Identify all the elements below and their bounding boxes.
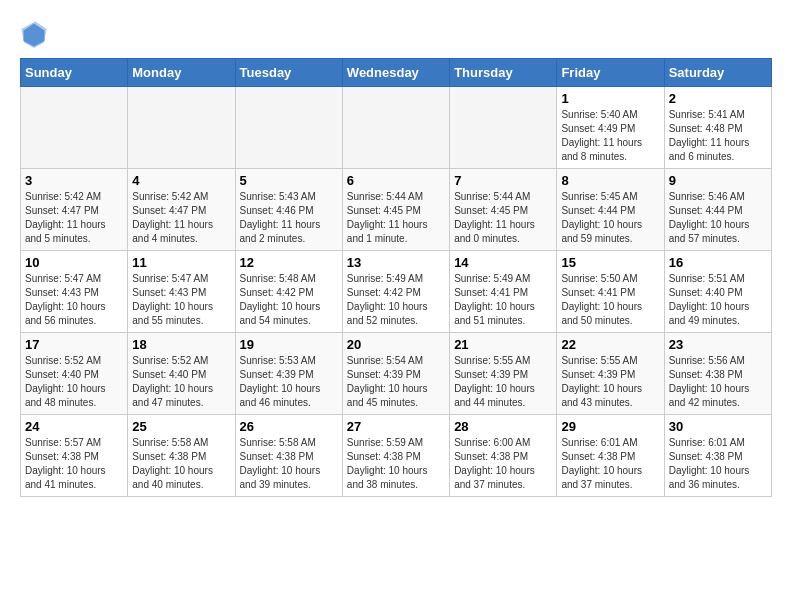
day-info: Sunrise: 5:43 AM Sunset: 4:46 PM Dayligh…	[240, 190, 338, 246]
svg-marker-1	[21, 21, 46, 48]
day-number: 3	[25, 173, 123, 188]
day-info: Sunrise: 6:00 AM Sunset: 4:38 PM Dayligh…	[454, 436, 552, 492]
calendar-cell: 22Sunrise: 5:55 AM Sunset: 4:39 PM Dayli…	[557, 333, 664, 415]
day-number: 23	[669, 337, 767, 352]
logo	[20, 20, 52, 48]
header-saturday: Saturday	[664, 59, 771, 87]
calendar-cell: 20Sunrise: 5:54 AM Sunset: 4:39 PM Dayli…	[342, 333, 449, 415]
day-info: Sunrise: 5:42 AM Sunset: 4:47 PM Dayligh…	[132, 190, 230, 246]
day-info: Sunrise: 5:53 AM Sunset: 4:39 PM Dayligh…	[240, 354, 338, 410]
calendar-cell: 26Sunrise: 5:58 AM Sunset: 4:38 PM Dayli…	[235, 415, 342, 497]
calendar-table: SundayMondayTuesdayWednesdayThursdayFrid…	[20, 58, 772, 497]
header-friday: Friday	[557, 59, 664, 87]
day-info: Sunrise: 5:56 AM Sunset: 4:38 PM Dayligh…	[669, 354, 767, 410]
calendar-cell: 17Sunrise: 5:52 AM Sunset: 4:40 PM Dayli…	[21, 333, 128, 415]
day-info: Sunrise: 5:42 AM Sunset: 4:47 PM Dayligh…	[25, 190, 123, 246]
day-info: Sunrise: 5:49 AM Sunset: 4:41 PM Dayligh…	[454, 272, 552, 328]
day-info: Sunrise: 5:44 AM Sunset: 4:45 PM Dayligh…	[454, 190, 552, 246]
day-number: 13	[347, 255, 445, 270]
calendar-cell: 29Sunrise: 6:01 AM Sunset: 4:38 PM Dayli…	[557, 415, 664, 497]
header-thursday: Thursday	[450, 59, 557, 87]
header-tuesday: Tuesday	[235, 59, 342, 87]
day-number: 12	[240, 255, 338, 270]
calendar-cell	[342, 87, 449, 169]
day-info: Sunrise: 5:50 AM Sunset: 4:41 PM Dayligh…	[561, 272, 659, 328]
week-row-5: 24Sunrise: 5:57 AM Sunset: 4:38 PM Dayli…	[21, 415, 772, 497]
day-number: 26	[240, 419, 338, 434]
calendar-cell: 4Sunrise: 5:42 AM Sunset: 4:47 PM Daylig…	[128, 169, 235, 251]
day-number: 9	[669, 173, 767, 188]
day-info: Sunrise: 5:54 AM Sunset: 4:39 PM Dayligh…	[347, 354, 445, 410]
day-number: 15	[561, 255, 659, 270]
calendar-cell: 18Sunrise: 5:52 AM Sunset: 4:40 PM Dayli…	[128, 333, 235, 415]
day-number: 22	[561, 337, 659, 352]
header-wednesday: Wednesday	[342, 59, 449, 87]
day-info: Sunrise: 5:48 AM Sunset: 4:42 PM Dayligh…	[240, 272, 338, 328]
calendar-cell: 13Sunrise: 5:49 AM Sunset: 4:42 PM Dayli…	[342, 251, 449, 333]
day-info: Sunrise: 5:55 AM Sunset: 4:39 PM Dayligh…	[454, 354, 552, 410]
day-info: Sunrise: 6:01 AM Sunset: 4:38 PM Dayligh…	[669, 436, 767, 492]
calendar-cell: 28Sunrise: 6:00 AM Sunset: 4:38 PM Dayli…	[450, 415, 557, 497]
day-number: 7	[454, 173, 552, 188]
day-info: Sunrise: 5:47 AM Sunset: 4:43 PM Dayligh…	[132, 272, 230, 328]
day-info: Sunrise: 5:45 AM Sunset: 4:44 PM Dayligh…	[561, 190, 659, 246]
day-info: Sunrise: 5:46 AM Sunset: 4:44 PM Dayligh…	[669, 190, 767, 246]
day-number: 8	[561, 173, 659, 188]
calendar-cell: 6Sunrise: 5:44 AM Sunset: 4:45 PM Daylig…	[342, 169, 449, 251]
day-number: 18	[132, 337, 230, 352]
calendar-cell: 8Sunrise: 5:45 AM Sunset: 4:44 PM Daylig…	[557, 169, 664, 251]
day-number: 6	[347, 173, 445, 188]
calendar-cell: 1Sunrise: 5:40 AM Sunset: 4:49 PM Daylig…	[557, 87, 664, 169]
calendar-cell	[21, 87, 128, 169]
day-number: 2	[669, 91, 767, 106]
day-number: 11	[132, 255, 230, 270]
calendar-cell: 7Sunrise: 5:44 AM Sunset: 4:45 PM Daylig…	[450, 169, 557, 251]
day-info: Sunrise: 5:51 AM Sunset: 4:40 PM Dayligh…	[669, 272, 767, 328]
calendar-cell: 14Sunrise: 5:49 AM Sunset: 4:41 PM Dayli…	[450, 251, 557, 333]
calendar-cell: 11Sunrise: 5:47 AM Sunset: 4:43 PM Dayli…	[128, 251, 235, 333]
day-number: 10	[25, 255, 123, 270]
day-info: Sunrise: 5:47 AM Sunset: 4:43 PM Dayligh…	[25, 272, 123, 328]
week-row-4: 17Sunrise: 5:52 AM Sunset: 4:40 PM Dayli…	[21, 333, 772, 415]
day-number: 4	[132, 173, 230, 188]
day-number: 17	[25, 337, 123, 352]
header-row: SundayMondayTuesdayWednesdayThursdayFrid…	[21, 59, 772, 87]
week-row-1: 1Sunrise: 5:40 AM Sunset: 4:49 PM Daylig…	[21, 87, 772, 169]
day-number: 29	[561, 419, 659, 434]
day-number: 25	[132, 419, 230, 434]
calendar-cell: 30Sunrise: 6:01 AM Sunset: 4:38 PM Dayli…	[664, 415, 771, 497]
day-number: 5	[240, 173, 338, 188]
calendar-cell: 16Sunrise: 5:51 AM Sunset: 4:40 PM Dayli…	[664, 251, 771, 333]
day-info: Sunrise: 6:01 AM Sunset: 4:38 PM Dayligh…	[561, 436, 659, 492]
day-info: Sunrise: 5:41 AM Sunset: 4:48 PM Dayligh…	[669, 108, 767, 164]
day-info: Sunrise: 5:52 AM Sunset: 4:40 PM Dayligh…	[132, 354, 230, 410]
calendar-cell: 24Sunrise: 5:57 AM Sunset: 4:38 PM Dayli…	[21, 415, 128, 497]
header	[20, 20, 772, 48]
header-monday: Monday	[128, 59, 235, 87]
logo-icon	[20, 20, 48, 48]
day-number: 27	[347, 419, 445, 434]
calendar-cell: 2Sunrise: 5:41 AM Sunset: 4:48 PM Daylig…	[664, 87, 771, 169]
day-info: Sunrise: 5:58 AM Sunset: 4:38 PM Dayligh…	[240, 436, 338, 492]
header-sunday: Sunday	[21, 59, 128, 87]
day-number: 28	[454, 419, 552, 434]
week-row-3: 10Sunrise: 5:47 AM Sunset: 4:43 PM Dayli…	[21, 251, 772, 333]
day-number: 1	[561, 91, 659, 106]
calendar-cell: 3Sunrise: 5:42 AM Sunset: 4:47 PM Daylig…	[21, 169, 128, 251]
calendar-cell: 10Sunrise: 5:47 AM Sunset: 4:43 PM Dayli…	[21, 251, 128, 333]
day-number: 16	[669, 255, 767, 270]
day-info: Sunrise: 5:40 AM Sunset: 4:49 PM Dayligh…	[561, 108, 659, 164]
day-number: 19	[240, 337, 338, 352]
calendar-cell: 15Sunrise: 5:50 AM Sunset: 4:41 PM Dayli…	[557, 251, 664, 333]
day-info: Sunrise: 5:57 AM Sunset: 4:38 PM Dayligh…	[25, 436, 123, 492]
day-number: 30	[669, 419, 767, 434]
calendar-cell: 25Sunrise: 5:58 AM Sunset: 4:38 PM Dayli…	[128, 415, 235, 497]
day-number: 24	[25, 419, 123, 434]
calendar-cell: 19Sunrise: 5:53 AM Sunset: 4:39 PM Dayli…	[235, 333, 342, 415]
calendar-cell	[235, 87, 342, 169]
calendar-cell: 5Sunrise: 5:43 AM Sunset: 4:46 PM Daylig…	[235, 169, 342, 251]
day-number: 20	[347, 337, 445, 352]
calendar-cell: 23Sunrise: 5:56 AM Sunset: 4:38 PM Dayli…	[664, 333, 771, 415]
calendar-cell: 9Sunrise: 5:46 AM Sunset: 4:44 PM Daylig…	[664, 169, 771, 251]
calendar-cell: 12Sunrise: 5:48 AM Sunset: 4:42 PM Dayli…	[235, 251, 342, 333]
